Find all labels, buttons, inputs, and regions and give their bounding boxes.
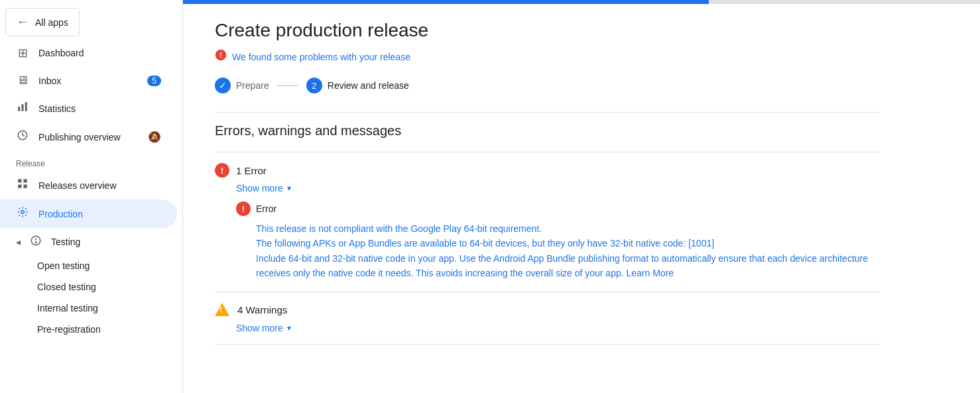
error-show-more-button[interactable]: Show more ▾ — [236, 183, 291, 194]
section-title: Errors, warnings and messages — [215, 123, 881, 139]
error-count-label: 1 Error — [236, 165, 267, 176]
checkmark-icon: ✓ — [219, 80, 227, 91]
sidebar-item-open-testing[interactable]: Open testing — [0, 255, 177, 276]
warnings-count-label: 4 Warnings — [237, 304, 287, 315]
sidebar-item-label: Production — [38, 209, 83, 219]
svg-rect-1 — [22, 104, 24, 111]
svg-point-10 — [35, 242, 36, 243]
svg-point-8 — [21, 211, 25, 214]
testing-icon — [30, 235, 42, 249]
sidebar-item-testing[interactable]: ◂ Testing — [0, 228, 177, 255]
step-prepare: ✓ Prepare — [215, 78, 269, 93]
svg-rect-5 — [24, 179, 27, 182]
notification-bell-icon: 🔕 — [148, 131, 161, 143]
step-prepare-circle: ✓ — [215, 78, 231, 93]
sidebar-item-releases-overview[interactable]: Releases overview — [0, 171, 177, 199]
sidebar-item-dashboard[interactable]: ⊞ Dashboard — [0, 39, 177, 67]
stepper: ✓ Prepare 2 Review and release — [215, 78, 881, 93]
problem-text: We found some problems with your release — [232, 52, 410, 62]
content-area: Create production release ! We found som… — [183, 4, 912, 371]
production-icon — [16, 206, 29, 221]
error-description: This release is not compliant with the G… — [256, 221, 881, 281]
sidebar-item-label: Testing — [51, 237, 80, 247]
back-arrow-icon: ← — [17, 15, 29, 29]
step-review-circle: 2 — [306, 78, 322, 93]
svg-rect-0 — [18, 107, 20, 111]
page-title: Create production release — [215, 20, 881, 41]
inbox-icon: 🖥 — [16, 74, 29, 87]
warning-triangle-container — [215, 303, 231, 317]
warnings-header: 4 Warnings — [215, 303, 881, 317]
sidebar-item-closed-testing[interactable]: Closed testing — [0, 276, 177, 298]
problem-error-icon: ! — [215, 49, 227, 64]
releases-overview-icon — [16, 178, 29, 193]
chevron-down-icon: ▾ — [287, 184, 291, 193]
warning-triangle-icon — [215, 303, 229, 316]
sidebar: ← All apps ⊞ Dashboard 🖥 Inbox 5 Statist… — [0, 0, 183, 393]
internal-testing-label: Internal testing — [37, 303, 98, 313]
svg-text:!: ! — [219, 51, 222, 59]
error-line-3: Include 64-bit and 32-bit native code in… — [256, 253, 868, 278]
warnings-show-more-button[interactable]: Show more ▾ — [236, 323, 291, 333]
step-review-number: 2 — [312, 81, 316, 91]
all-apps-button[interactable]: ← All apps — [5, 8, 80, 36]
section-divider-warnings — [215, 292, 881, 292]
pre-registration-label: Pre-registration — [37, 324, 101, 335]
sidebar-item-label: Inbox — [38, 76, 61, 86]
svg-rect-2 — [25, 102, 27, 111]
error-detail-block: ! Error This release is not compliant wi… — [236, 201, 881, 281]
section-divider-errors — [215, 152, 881, 152]
warnings-block: 4 Warnings Show more ▾ — [215, 303, 881, 333]
main-content: Create production release ! We found som… — [183, 0, 980, 393]
error-line-2: The following APKs or App Bundles are av… — [256, 238, 714, 249]
all-apps-label: All apps — [35, 17, 68, 28]
error-block: ! 1 Error Show more ▾ ! Error This relea… — [215, 163, 881, 281]
open-testing-label: Open testing — [37, 260, 90, 271]
section-divider-top — [215, 112, 881, 113]
svg-rect-6 — [18, 185, 21, 188]
problem-banner: ! We found some problems with your relea… — [215, 49, 881, 64]
error-detail-header: ! Error — [236, 201, 881, 216]
testing-expand-icon: ◂ — [16, 237, 21, 247]
step-prepare-label: Prepare — [236, 80, 269, 91]
warnings-chevron-down-icon: ▾ — [287, 323, 291, 333]
statistics-icon — [16, 101, 29, 116]
sidebar-item-publishing-overview[interactable]: Publishing overview 🔕 — [0, 123, 177, 151]
inbox-badge: 5 — [147, 76, 161, 86]
release-section-label: Release — [0, 151, 182, 171]
svg-rect-4 — [18, 179, 21, 182]
error-header: ! 1 Error — [215, 163, 881, 178]
sidebar-item-production[interactable]: Production — [0, 199, 177, 228]
error-count-icon: ! — [215, 163, 229, 178]
learn-more-link[interactable]: Learn More — [627, 268, 674, 278]
svg-rect-7 — [24, 185, 27, 188]
error-detail-label: Error — [256, 203, 276, 214]
error-detail-icon: ! — [236, 201, 251, 216]
section-divider-bottom — [215, 344, 881, 345]
publishing-overview-icon — [16, 129, 29, 144]
step-review-label: Review and release — [328, 80, 409, 91]
sidebar-item-label: Dashboard — [38, 48, 84, 58]
sidebar-item-label: Releases overview — [38, 180, 117, 191]
step-connector — [277, 85, 298, 86]
closed-testing-label: Closed testing — [37, 282, 96, 292]
sidebar-item-label: Publishing overview — [38, 132, 121, 142]
error-line-1: This release is not compliant with the G… — [256, 223, 542, 234]
warnings-show-more-label: Show more — [236, 323, 283, 333]
sidebar-item-pre-registration[interactable]: Pre-registration — [0, 319, 177, 340]
sidebar-item-internal-testing[interactable]: Internal testing — [0, 298, 177, 319]
step-review: 2 Review and release — [306, 78, 409, 93]
dashboard-icon: ⊞ — [16, 46, 29, 60]
sidebar-item-inbox[interactable]: 🖥 Inbox 5 — [0, 67, 177, 94]
sidebar-item-label: Statistics — [38, 103, 76, 114]
sidebar-item-statistics[interactable]: Statistics — [0, 94, 177, 123]
error-show-more-label: Show more — [236, 183, 283, 194]
